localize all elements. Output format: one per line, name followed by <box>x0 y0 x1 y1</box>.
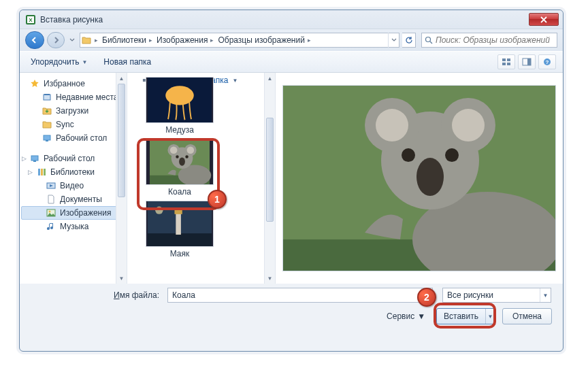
scroll-up-icon[interactable]: ▲ <box>265 73 275 84</box>
sidebar-desktop-fav[interactable]: Рабочий стол <box>21 131 125 145</box>
breadcrumb-item[interactable]: Образцы изображений▸ <box>216 33 312 47</box>
svg-rect-33 <box>46 140 48 141</box>
recent-icon <box>42 92 52 103</box>
sidebar-downloads[interactable]: Загрузки <box>21 104 125 118</box>
filename-label: Имя файла: <box>114 290 162 300</box>
refresh-button[interactable] <box>402 33 416 48</box>
svg-rect-35 <box>33 161 36 162</box>
thumbnail <box>146 77 214 123</box>
music-icon <box>46 221 56 232</box>
sidebar-scrollbar[interactable]: ▲ ▼ <box>116 73 127 284</box>
folder-icon <box>80 36 93 44</box>
file-item-lighthouse[interactable]: Маяк <box>142 201 217 258</box>
breadcrumb-path[interactable]: ▸ Библиотеки▸ Изображения▸ Образцы изобр… <box>80 33 399 48</box>
file-item-koala[interactable]: Коала <box>142 139 217 197</box>
svg-rect-32 <box>44 135 50 140</box>
nav-back-button[interactable] <box>25 31 44 49</box>
file-name: Коала <box>142 187 217 197</box>
sidebar-sync[interactable]: Sync <box>21 118 125 131</box>
svg-rect-38 <box>44 169 46 175</box>
toolbar: Упорядочить▼ Новая папка ? <box>20 51 563 73</box>
filename-input[interactable] <box>168 290 421 300</box>
new-folder-button[interactable]: Новая папка <box>99 55 155 69</box>
dialog-footer: Имя файла: ▼ Все рисунки ▼ Сервис▼ Встав… <box>20 284 563 331</box>
filter-dropdown[interactable]: Все рисунки ▼ <box>442 288 551 303</box>
tools-button[interactable]: Сервис▼ <box>387 312 425 321</box>
sidebar-libraries[interactable]: ▷ Библиотеки <box>21 165 125 179</box>
pictures-icon <box>46 207 56 218</box>
svg-rect-30 <box>44 95 50 100</box>
file-list-pane: ▪ Упорядочить: Папка ▼ Медуза Коала Маяк <box>127 73 276 284</box>
file-name: Медуза <box>142 125 217 135</box>
preview-image <box>282 85 556 271</box>
downloads-icon <box>42 105 52 116</box>
video-icon <box>46 180 56 191</box>
insert-picture-dialog: X Вставка рисунка ▸ Библиотеки▸ Изображе… <box>19 10 564 352</box>
document-icon <box>46 194 56 205</box>
sidebar-pictures[interactable]: Изображения <box>21 206 125 220</box>
search-box[interactable] <box>421 33 557 48</box>
sidebar-desktop[interactable]: ▷ Рабочий стол <box>21 152 125 165</box>
desktop-icon <box>42 133 52 144</box>
window-title: Вставка рисунка <box>40 15 529 24</box>
nav-forward-button[interactable] <box>47 32 65 48</box>
help-button[interactable]: ? <box>538 54 556 69</box>
libraries-icon <box>36 167 47 178</box>
search-icon <box>422 36 436 44</box>
svg-rect-27 <box>527 58 531 65</box>
scroll-thumb[interactable] <box>118 84 125 197</box>
file-item-jellyfish[interactable]: Медуза <box>142 77 217 135</box>
address-bar: ▸ Библиотеки▸ Изображения▸ Образцы изобр… <box>20 29 563 51</box>
svg-rect-22 <box>502 58 506 61</box>
svg-rect-24 <box>502 63 506 65</box>
svg-rect-31 <box>44 94 50 95</box>
insert-button[interactable]: Вставить ▼ <box>436 308 495 324</box>
filename-dropdown[interactable]: ▼ <box>421 288 432 302</box>
filelist-scrollbar[interactable]: ▲ ▼ <box>264 73 275 284</box>
scroll-thumb[interactable] <box>266 118 274 222</box>
titlebar[interactable]: X Вставка рисунка <box>20 10 563 29</box>
svg-rect-25 <box>507 63 510 65</box>
breadcrumb-item[interactable]: Библиотеки▸ <box>100 33 154 47</box>
preview-pane-button[interactable] <box>518 54 536 69</box>
svg-point-21 <box>426 37 431 42</box>
breadcrumb-item[interactable]: Изображения▸ <box>154 33 216 47</box>
app-icon: X <box>25 14 36 25</box>
close-button[interactable] <box>529 13 559 26</box>
search-input[interactable] <box>436 35 557 45</box>
desktop-icon <box>29 153 40 164</box>
scroll-down-icon[interactable]: ▼ <box>116 273 127 284</box>
sidebar-documents[interactable]: Документы <box>21 192 125 206</box>
sidebar-music[interactable]: Музыка <box>21 220 125 233</box>
svg-rect-23 <box>507 58 510 61</box>
sidebar-videos[interactable]: Видео <box>21 179 125 192</box>
sidebar-favorites[interactable]: Избранное <box>21 77 125 90</box>
cancel-button[interactable]: Отмена <box>502 308 552 324</box>
organize-button[interactable]: Упорядочить▼ <box>27 55 91 69</box>
sync-icon <box>42 119 52 130</box>
expand-icon[interactable]: ▷ <box>22 155 27 162</box>
svg-text:X: X <box>29 17 33 23</box>
svg-rect-37 <box>41 169 43 175</box>
expand-icon[interactable]: ▷ <box>28 169 33 175</box>
filter-label: Все рисунки <box>443 290 540 300</box>
thumbnail <box>146 139 214 185</box>
svg-rect-36 <box>38 169 40 175</box>
sidebar-recent[interactable]: Недавние места <box>21 90 125 104</box>
chevron-down-icon: ▼ <box>540 288 551 302</box>
svg-rect-34 <box>31 156 38 161</box>
scroll-up-icon[interactable]: ▲ <box>116 73 127 84</box>
thumbnail <box>146 201 214 247</box>
navigation-sidebar: Избранное Недавние места Загрузки Sync Р… <box>20 73 127 284</box>
filename-field[interactable]: ▼ <box>167 288 433 303</box>
svg-text:?: ? <box>546 59 549 65</box>
insert-dropdown[interactable]: ▼ <box>485 309 495 324</box>
view-mode-button[interactable] <box>497 54 515 69</box>
scroll-down-icon[interactable]: ▼ <box>265 273 275 284</box>
preview-pane <box>276 73 563 284</box>
star-icon <box>29 78 40 89</box>
svg-point-41 <box>49 211 51 213</box>
file-name: Маяк <box>142 249 217 258</box>
path-dropdown[interactable] <box>388 33 399 48</box>
nav-history-dropdown[interactable] <box>67 33 77 47</box>
